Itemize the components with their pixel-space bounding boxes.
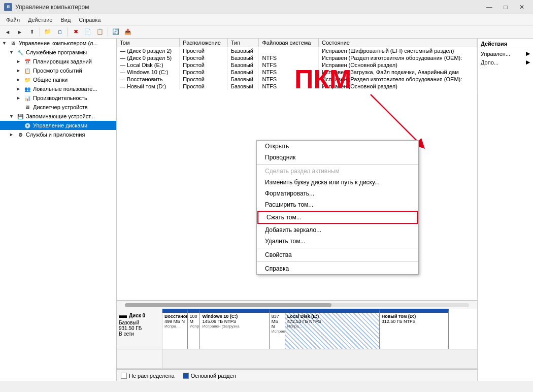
context-menu-item[interactable]: Добавить зеркало... <box>257 224 418 236</box>
up-button[interactable]: ⬆ <box>26 27 38 37</box>
tree-root[interactable]: ▼ 🖥 Управление компьютером (л... <box>0 39 116 48</box>
copy-button[interactable]: 📋 <box>94 27 106 37</box>
show-hide-button[interactable]: 📁 <box>42 27 53 37</box>
export-button[interactable]: 📤 <box>122 27 134 37</box>
tree-root-label: Управление компьютером (л... <box>19 40 98 46</box>
partition-size: 145.06 ГБ NTFS <box>202 319 266 324</box>
cell-fs <box>259 47 319 55</box>
close-button[interactable]: ✕ <box>515 2 529 12</box>
table-row[interactable]: — Новый том (D:) Простой Базовый NTFS Ис… <box>117 83 477 90</box>
table-row[interactable]: — Windows 10 (C:) Простой Базовый NTFS И… <box>117 69 477 76</box>
tree-services-label: Службы и приложения <box>26 132 85 138</box>
tree-expand-root: ▼ <box>2 41 9 46</box>
window-title: Управление компьютером <box>15 4 89 11</box>
action-manage-button[interactable]: Управлен... ▶ <box>479 49 532 58</box>
services-icon: ⚙ <box>16 130 24 139</box>
minimize-button[interactable]: — <box>482 2 496 12</box>
tree-item-utilities[interactable]: ▼ 🔧 Служебные программы <box>0 48 116 57</box>
table-row[interactable]: — (Диск 0 раздел 5) Простой Базовый NTFS… <box>117 54 477 61</box>
properties-button[interactable]: 🗒 <box>54 27 65 37</box>
refresh-button[interactable]: 🔄 <box>110 27 121 37</box>
new-button[interactable]: 📄 <box>82 27 93 37</box>
context-menu-item[interactable]: Открыть <box>257 141 418 152</box>
disk-partition[interactable]: 100 M Испр. <box>188 309 201 349</box>
legend-unallocated-label: Не распределена <box>129 373 175 379</box>
action-more-button[interactable]: Допо... ▶ <box>479 58 532 67</box>
table-row[interactable]: — Восстановить Простой Базовый NTFS Испр… <box>117 76 477 83</box>
cell-fs: NTFS <box>259 69 319 76</box>
tree-item-scheduler[interactable]: ► 📅 Планировщик заданий <box>0 57 116 66</box>
cell-fs: NTFS <box>259 83 319 90</box>
toolbar-separator-3 <box>108 27 108 37</box>
cell-rasp: Простой <box>180 61 228 69</box>
tree-item-perf[interactable]: ► 📊 Производительность <box>0 93 116 103</box>
disk-size: 931.50 ГБ <box>119 325 160 331</box>
toolbar: ◄ ► ⬆ 📁 🗒 ✖ 📄 📋 🔄 📤 <box>0 25 533 39</box>
menu-action[interactable]: Действие <box>24 16 56 24</box>
tree-folders-label: Общие папки <box>33 77 68 83</box>
partition-size: 100 M <box>190 314 198 324</box>
tree-item-events[interactable]: ► 📋 Просмотр событий <box>0 66 116 75</box>
disk-partition[interactable]: Windows 10 (C:) 145.06 ГБ NTFS Исправен … <box>200 309 269 349</box>
context-menu-item[interactable]: Форматировать... <box>257 188 418 199</box>
tree-utilities-label: Служебные программы <box>26 49 87 55</box>
context-menu-item: Сделать раздел активным <box>257 166 418 177</box>
disk-partition[interactable]: Новый том (D:) 312.50 ГБ NTFS <box>380 309 449 349</box>
tree-expand-scheduler: ► <box>16 59 23 64</box>
tree-item-users[interactable]: ► 👥 Локальные пользовате... <box>0 84 116 93</box>
context-menu-item[interactable]: Сжать том... <box>257 211 418 224</box>
tree-item-storage[interactable]: ▼ 💾 Запоминающие устройст... <box>0 112 116 121</box>
context-menu-item[interactable]: Свойства <box>257 249 418 260</box>
cell-state: Исправен (Раздел изготовителя оборудован… <box>319 76 477 83</box>
maximize-button[interactable]: □ <box>498 2 513 12</box>
disk-partition[interactable]: Восстанов. 499 МБ N Испра... <box>162 309 188 349</box>
h-scrollbar[interactable] <box>117 301 477 309</box>
table-row[interactable]: — Local Disk (E:) Простой Базовый NTFS И… <box>117 61 477 69</box>
context-menu-item[interactable]: Проводник <box>257 152 418 163</box>
cell-tom: — Windows 10 (C:) <box>117 69 180 76</box>
disk-row-1 <box>117 349 477 369</box>
tree-item-devmgr[interactable]: 🖥 Диспетчер устройств <box>0 103 116 112</box>
tree-expand-services: ► <box>9 132 16 137</box>
partition-size: 312.50 ГБ NTFS <box>382 319 446 324</box>
tree-item-folders[interactable]: ► 📁 Общие папки <box>0 75 116 84</box>
tree-item-services[interactable]: ► ⚙ Службы и приложения <box>0 130 116 139</box>
cell-rasp: Простой <box>180 76 228 83</box>
tree-diskmgmt-label: Управление дисками <box>33 122 87 128</box>
events-icon: 📋 <box>23 67 31 75</box>
disk-label-1 <box>117 349 162 368</box>
disk-partition[interactable]: Local Disk (E:) 472.53 ГБ NTFS Испра... <box>285 309 380 349</box>
disk-name: Диск 0 <box>129 313 145 318</box>
menu-view[interactable]: Вид <box>56 16 75 24</box>
cell-tom: — Восстановить <box>117 76 180 83</box>
scroll-thumb[interactable] <box>125 303 331 307</box>
cell-rasp: Простой <box>180 83 228 90</box>
col-rasp: Расположение <box>180 39 228 47</box>
cell-rasp: Простой <box>180 69 228 76</box>
delete-button[interactable]: ✖ <box>70 27 81 37</box>
context-menu-item[interactable]: Расширить том... <box>257 199 418 210</box>
action-more-arrow: ▶ <box>526 59 530 66</box>
cell-fs: NTFS <box>259 61 319 69</box>
context-menu-item[interactable]: Удалить том... <box>257 236 418 247</box>
cell-rasp: Простой <box>180 47 228 55</box>
partition-name: Восстанов. <box>164 314 185 319</box>
title-bar: 🖥 Управление компьютером — □ ✕ <box>0 0 533 14</box>
cell-fs: NTFS <box>259 76 319 83</box>
cell-tom: — Local Disk (E:) <box>117 61 180 69</box>
menu-file[interactable]: Файл <box>2 16 24 24</box>
context-menu-item[interactable]: Справка <box>257 263 418 274</box>
back-button[interactable]: ◄ <box>2 27 13 37</box>
partition-size: 472.53 ГБ NTFS <box>287 319 377 324</box>
tree-expand-events: ► <box>16 68 23 73</box>
table-row[interactable]: — (Диск 0 раздел 2) Простой Базовый Испр… <box>117 47 477 55</box>
forward-button[interactable]: ► <box>14 27 25 37</box>
partition-name: Local Disk (E:) <box>287 314 377 319</box>
partition-status: Исправен (Загрузка <box>202 324 266 329</box>
menu-help[interactable]: Справка <box>75 16 105 24</box>
tree-devmgr-label: Диспетчер устройств <box>33 104 88 110</box>
partition-status: Испра... <box>287 324 377 329</box>
tree-item-diskmgmt[interactable]: 💿 Управление дисками <box>0 121 116 130</box>
context-menu-item[interactable]: Изменить букву диска или путь к диску... <box>257 177 418 188</box>
disk-partition[interactable]: 837 МБ N Исправен <box>270 309 285 349</box>
